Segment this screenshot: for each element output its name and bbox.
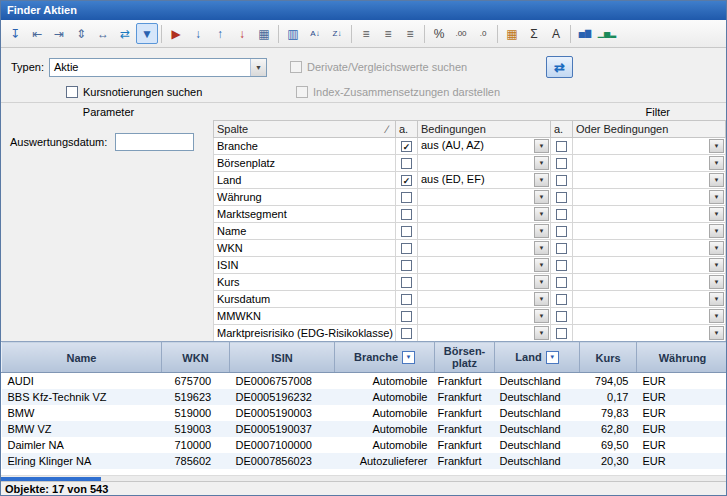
kursnotierungen-checkbox[interactable] <box>66 86 78 98</box>
condition-dropdown[interactable]: ▼ <box>534 292 549 306</box>
results-column-header[interactable]: Land▼ <box>495 342 580 373</box>
table-row[interactable]: AUDI675700DE0006757008AutomobileFrankfur… <box>2 373 727 389</box>
export-rows-icon[interactable]: ↧ <box>4 23 26 44</box>
condition-dropdown[interactable]: ▼ <box>534 173 549 187</box>
or-condition-dropdown[interactable]: ▼ <box>709 258 724 272</box>
condition-active-checkbox[interactable] <box>401 158 412 169</box>
condition-dropdown[interactable]: ▼ <box>534 190 549 204</box>
or-condition-active-checkbox[interactable] <box>556 328 567 339</box>
scrollbar-thumb[interactable] <box>1 477 101 481</box>
table-row[interactable]: Elring Klinger NA785602DE0007856023Autoz… <box>2 453 727 469</box>
condition-dropdown[interactable]: ▼ <box>534 156 549 170</box>
filter-column-name[interactable]: Kurs <box>214 274 396 291</box>
move-up-icon[interactable]: ↑ <box>209 23 231 44</box>
fit-height-icon[interactable]: ⇕ <box>70 23 92 44</box>
line-chart-icon[interactable]: ▁▅▂ <box>596 23 618 44</box>
condition-active-checkbox[interactable] <box>401 243 412 254</box>
collapse-columns-icon[interactable]: ⇤ <box>26 23 48 44</box>
filter-header-spalte[interactable]: Spalte ∕ <box>214 121 396 138</box>
or-condition-dropdown[interactable]: ▼ <box>709 207 724 221</box>
filter-icon[interactable]: ▼ <box>136 23 158 44</box>
or-condition-dropdown[interactable]: ▼ <box>709 326 724 340</box>
results-column-header[interactable]: Kurs <box>580 342 637 373</box>
or-condition-dropdown[interactable]: ▼ <box>709 241 724 255</box>
filter-header-oder-bedingungen[interactable]: Oder Bedingungen <box>573 121 726 138</box>
filter-column-name[interactable]: Name <box>214 223 396 240</box>
results-column-header[interactable]: Branche▼ <box>335 342 435 373</box>
highlight-cells-icon[interactable]: ▦ <box>501 23 523 44</box>
condition-dropdown[interactable]: ▼ <box>534 224 549 238</box>
results-column-header[interactable]: Name <box>2 342 162 373</box>
table-row[interactable]: BMW VZ519003DE0005190037AutomobileFrankf… <box>2 421 727 437</box>
align-left-icon[interactable]: ≡ <box>355 23 377 44</box>
remove-column-icon[interactable]: ↓ <box>231 23 253 44</box>
expand-columns-icon[interactable]: ⇥ <box>48 23 70 44</box>
condition-active-checkbox[interactable] <box>401 260 412 271</box>
or-condition-active-checkbox[interactable] <box>556 226 567 237</box>
or-condition-dropdown[interactable]: ▼ <box>709 275 724 289</box>
column-filter-dropdown[interactable]: ▼ <box>546 351 559 364</box>
filter-column-name[interactable]: Marktsegment <box>214 206 396 223</box>
or-condition-dropdown[interactable]: ▼ <box>709 292 724 306</box>
percent-format-icon[interactable]: % <box>428 23 450 44</box>
filter-column-name[interactable]: Börsenplatz <box>214 155 396 172</box>
condition-active-checkbox[interactable] <box>401 277 412 288</box>
filter-header-bedingungen[interactable]: Bedingungen <box>418 121 551 138</box>
condition-active-checkbox[interactable]: ✓ <box>401 175 412 186</box>
condition-dropdown[interactable]: ▼ <box>534 309 549 323</box>
condition-active-checkbox[interactable] <box>401 328 412 339</box>
fit-width-icon[interactable]: ↔ <box>92 23 114 44</box>
typen-select[interactable]: Aktie ▼ <box>49 58 267 77</box>
condition-dropdown[interactable]: ▼ <box>534 275 549 289</box>
condition-active-checkbox[interactable] <box>401 294 412 305</box>
column-filter-dropdown[interactable]: ▼ <box>402 351 415 364</box>
sort-descending-icon[interactable]: Z↓ <box>326 23 348 44</box>
or-condition-dropdown[interactable]: ▼ <box>709 156 724 170</box>
results-column-header[interactable]: Währung <box>637 342 727 373</box>
or-condition-active-checkbox[interactable] <box>556 277 567 288</box>
filter-column-name[interactable]: Land <box>214 172 396 189</box>
bar-chart-icon[interactable]: ▅▇ <box>574 23 596 44</box>
or-condition-active-checkbox[interactable] <box>556 260 567 271</box>
move-down-icon[interactable]: ↓ <box>187 23 209 44</box>
condition-dropdown[interactable]: ▼ <box>534 241 549 255</box>
execute-search-button[interactable]: ⇄ <box>546 56 573 78</box>
or-condition-active-checkbox[interactable] <box>556 192 567 203</box>
filter-header-active2[interactable]: a. <box>551 121 573 138</box>
or-condition-active-checkbox[interactable] <box>556 311 567 322</box>
condition-active-checkbox[interactable] <box>401 226 412 237</box>
or-condition-active-checkbox[interactable] <box>556 294 567 305</box>
filter-column-name[interactable]: Marktpreisrisiko (EDG-Risikoklasse) <box>214 325 396 342</box>
results-column-header[interactable]: ISIN <box>230 342 335 373</box>
filter-column-name[interactable]: MMWKN <box>214 308 396 325</box>
table-row[interactable]: BBS Kfz-Technik VZ519623DE0005196232Auto… <box>2 389 727 405</box>
refresh-icon[interactable]: ⇄ <box>114 23 136 44</box>
table-row[interactable]: BMW519000DE0005190003AutomobileFrankfurt… <box>2 405 727 421</box>
calculator-icon[interactable]: ▦ <box>253 23 275 44</box>
condition-dropdown[interactable]: ▼ <box>534 326 549 340</box>
condition-dropdown[interactable]: ▼ <box>534 207 549 221</box>
condition-active-checkbox[interactable]: ✓ <box>401 141 412 152</box>
condition-dropdown[interactable]: ▼ <box>534 258 549 272</box>
sort-ascending-icon[interactable]: A↓ <box>304 23 326 44</box>
filter-column-name[interactable]: ISIN <box>214 257 396 274</box>
filter-header-active1[interactable]: a. <box>396 121 418 138</box>
or-condition-dropdown[interactable]: ▼ <box>709 190 724 204</box>
filter-column-name[interactable]: Währung <box>214 189 396 206</box>
filter-column-name[interactable]: Kursdatum <box>214 291 396 308</box>
or-condition-dropdown[interactable]: ▼ <box>709 309 724 323</box>
or-condition-active-checkbox[interactable] <box>556 209 567 220</box>
condition-active-checkbox[interactable] <box>401 311 412 322</box>
results-column-header[interactable]: Börsen- platz <box>435 342 495 373</box>
horizontal-scrollbar[interactable] <box>1 475 726 481</box>
align-right-icon[interactable]: ≡ <box>399 23 421 44</box>
or-condition-active-checkbox[interactable] <box>556 141 567 152</box>
condition-dropdown[interactable]: ▼ <box>534 139 549 153</box>
table-row[interactable]: Daimler NA710000DE0007100000AutomobileFr… <box>2 437 727 453</box>
or-condition-dropdown[interactable]: ▼ <box>709 224 724 238</box>
or-condition-active-checkbox[interactable] <box>556 175 567 186</box>
font-icon[interactable]: A <box>545 23 567 44</box>
auswertungsdatum-input[interactable] <box>115 133 194 151</box>
add-decimal-icon[interactable]: .00 <box>450 23 472 44</box>
align-center-icon[interactable]: ≡ <box>377 23 399 44</box>
